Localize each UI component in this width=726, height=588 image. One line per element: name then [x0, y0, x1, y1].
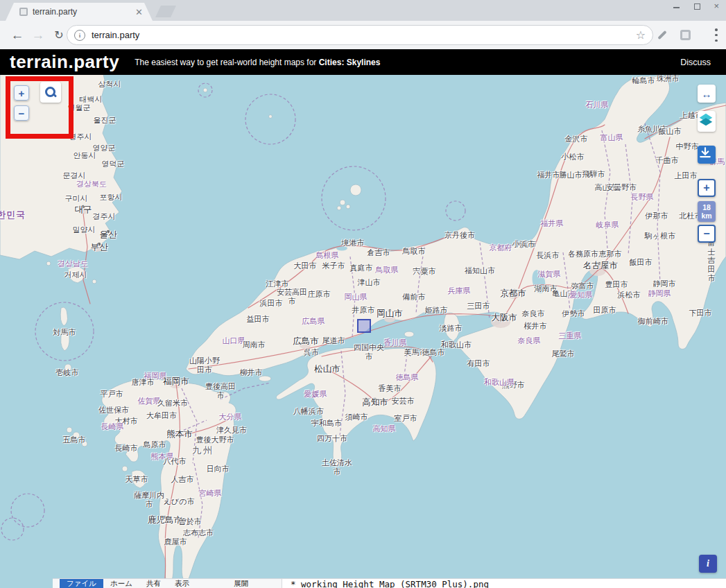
- browser-window: terrain.party ✕ × ← → ↻ i terrain.party …: [0, 0, 726, 588]
- maximize-button[interactable]: [693, 3, 700, 10]
- arrows-horizontal-icon: ↔: [702, 88, 712, 100]
- new-tab-button[interactable]: [155, 6, 176, 17]
- zoom-out-button[interactable]: −: [14, 105, 29, 121]
- resize-selection-button[interactable]: ↔: [698, 85, 716, 103]
- layers-button[interactable]: [698, 111, 716, 132]
- favicon-icon: [19, 8, 28, 16]
- discuss-link[interactable]: Discuss: [680, 58, 711, 67]
- browser-tab[interactable]: terrain.party ✕: [6, 3, 153, 21]
- ribbon-tab-2[interactable]: ホーム: [103, 579, 139, 588]
- tab-strip: terrain.party ✕ ×: [0, 0, 726, 21]
- scale-value: 18: [702, 203, 711, 211]
- tab-title: terrain.party: [33, 7, 131, 17]
- url-text[interactable]: terrain.party: [92, 30, 630, 40]
- file-area: * working Height Map (SRTM30 Plus).png: [282, 579, 726, 588]
- tagline-bold-text: Cities: Skylines: [319, 58, 381, 67]
- ribbon-tab-1[interactable]: ファイル: [60, 579, 103, 588]
- ribbon-tab-4[interactable]: 表示: [168, 579, 196, 588]
- selection-larger-button[interactable]: +: [698, 179, 716, 197]
- browser-menu-icon[interactable]: [715, 28, 718, 42]
- tagline-text: The easiest way to get real-world height…: [135, 58, 318, 67]
- window-controls: ×: [673, 1, 719, 11]
- layers-icon: [698, 111, 714, 128]
- bookmark-star-icon[interactable]: ☆: [636, 30, 646, 41]
- map-canvas[interactable]: 삼척시태백시영월군울진군영주시영양군안동시영덕군문경시경상북도구미시포항시대구경…: [0, 75, 726, 588]
- scale-unit: km: [701, 211, 711, 220]
- zoom-in-button[interactable]: +: [14, 85, 29, 101]
- address-bar[interactable]: i terrain.party ☆: [67, 25, 653, 45]
- scale-indicator: 18 km: [698, 201, 716, 222]
- minimize-button[interactable]: [673, 3, 680, 10]
- extension-icon[interactable]: [680, 30, 691, 40]
- page-info-icon[interactable]: i: [74, 30, 85, 41]
- info-button[interactable]: i: [699, 555, 717, 573]
- site-tagline: The easiest way to get real-world height…: [135, 58, 380, 67]
- tab-close-icon[interactable]: ✕: [135, 8, 143, 17]
- ribbon-tab-3[interactable]: 共有: [139, 579, 168, 588]
- search-button[interactable]: [40, 82, 61, 103]
- extension-pen-icon[interactable]: [657, 31, 666, 40]
- close-button[interactable]: ×: [714, 3, 719, 10]
- selection-smaller-button[interactable]: −: [698, 225, 716, 243]
- forward-icon[interactable]: →: [28, 21, 49, 49]
- ribbon-tab-5[interactable]: 展開: [227, 579, 255, 588]
- filename-text: * working Height Map (SRTM30 Plus).png: [282, 579, 726, 588]
- site-logo: terrain.party: [10, 51, 119, 73]
- browser-toolbar: ← → ↻ i terrain.party ☆: [0, 21, 726, 50]
- background-window-strip: ファイルホーム共有表示展開 * working Height Map (SRTM…: [53, 578, 726, 588]
- search-icon: [45, 87, 56, 98]
- back-icon[interactable]: ←: [7, 21, 28, 49]
- site-header: terrain.party The easiest way to get rea…: [0, 49, 726, 75]
- download-button[interactable]: [698, 146, 716, 164]
- ribbon-menu: ファイルホーム共有表示展開: [53, 579, 282, 588]
- selection-box[interactable]: [357, 319, 371, 333]
- download-icon: [698, 146, 713, 161]
